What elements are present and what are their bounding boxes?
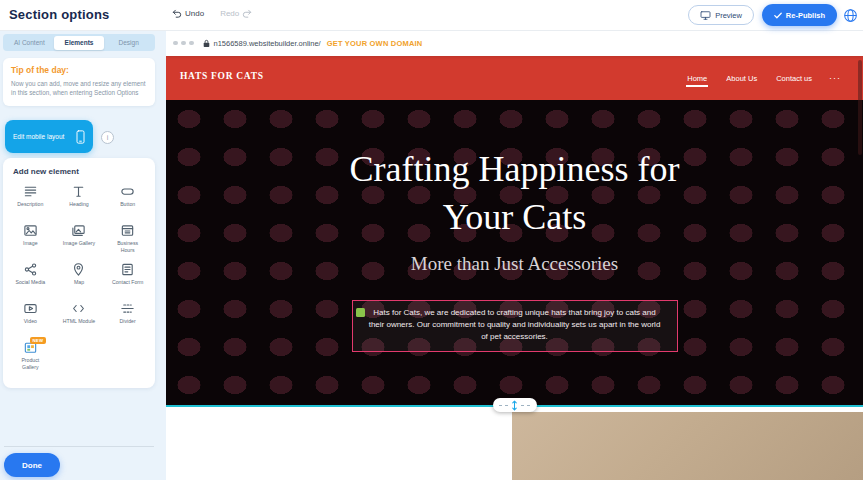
site-nav: Home About Us Contact us ··· [685, 56, 841, 100]
nav-item-home[interactable]: Home [685, 67, 709, 90]
element-item-html-module[interactable]: HTML Module [55, 298, 104, 336]
window-dots [173, 41, 194, 46]
get-domain-link[interactable]: GET YOUR OWN DOMAIN [327, 39, 423, 48]
topbar-actions: Preview Re-Publish [688, 4, 837, 26]
html-module-icon [71, 301, 86, 316]
redo-label: Redo [220, 9, 239, 18]
undo-icon [172, 9, 182, 18]
element-item-video[interactable]: Video [6, 298, 55, 336]
done-button[interactable]: Done [4, 453, 60, 477]
tab-elements[interactable]: Elements [54, 36, 104, 50]
contact-form-icon [120, 262, 135, 277]
divider-icon [120, 301, 135, 316]
add-element-panel: Add new element Description Heading Butt… [3, 158, 155, 388]
republish-label: Re-Publish [786, 11, 825, 20]
image-icon [23, 223, 38, 238]
tip-body: Now you can add, move and resize any ele… [11, 79, 147, 98]
page-title: Section options [9, 7, 110, 22]
hero-paragraph-text: Hats for Cats, we are dedicated to craft… [369, 308, 661, 341]
heading-icon [71, 184, 86, 199]
preview-scrollbar-thumb[interactable] [858, 60, 862, 155]
hero-subheadline[interactable]: More than Just Accessories [166, 253, 863, 275]
tip-title: Tip of the day: [11, 65, 147, 75]
site-header: HATS FOR CATS Home About Us Contact us ·… [166, 56, 863, 100]
element-item-map[interactable]: Map [55, 259, 104, 297]
element-item-heading[interactable]: Heading [55, 181, 104, 219]
hero-paragraph-selected[interactable]: Hats for Cats, we are dedicated to craft… [352, 300, 678, 352]
redo-icon [242, 9, 252, 18]
tip-of-the-day-card: Tip of the day: Now you can add, move an… [3, 58, 155, 106]
element-item-social-media[interactable]: Social Media [6, 259, 55, 297]
redo-button[interactable]: Redo [220, 9, 252, 18]
tab-ai-content[interactable]: AI Content [5, 36, 55, 50]
element-grid: Description Heading Button Image Image G… [6, 181, 152, 375]
element-item-button[interactable]: Button [103, 181, 152, 219]
globe-icon [843, 8, 858, 23]
browser-chrome: n1566589.websitebuilder.online/ GET YOUR… [166, 30, 863, 56]
window-dot [181, 41, 186, 46]
button-icon [120, 184, 135, 199]
preview-button[interactable]: Preview [688, 5, 754, 25]
nav-item-about-us[interactable]: About Us [724, 67, 759, 90]
nav-item-contact-us[interactable]: Contact us [774, 67, 814, 90]
nav-more-icon[interactable]: ··· [829, 73, 841, 83]
site-preview: n1566589.websitebuilder.online/ GET YOUR… [166, 30, 863, 480]
window-dot [173, 41, 178, 46]
video-icon [23, 301, 38, 316]
undo-redo-group: Undo Redo [172, 9, 252, 18]
tab-design[interactable]: Design [104, 36, 154, 50]
element-item-business-hours[interactable]: Business Hours [103, 220, 152, 258]
element-item-product-gallery[interactable]: NEW Product Gallery [6, 337, 55, 375]
window-dot [189, 41, 194, 46]
new-badge: NEW [30, 337, 46, 344]
sidebar: AI Content Elements Design Tip of the da… [0, 30, 166, 480]
map-icon [71, 262, 86, 277]
topbar: Section options Undo Redo Preview Re-Pub… [0, 0, 863, 31]
monitor-icon [700, 11, 711, 20]
sidebar-divider [4, 446, 154, 447]
phone-icon [76, 130, 85, 144]
element-item-description[interactable]: Description [6, 181, 55, 219]
element-item-image[interactable]: Image [6, 220, 55, 258]
image-gallery-icon [71, 223, 86, 238]
next-section-image[interactable] [512, 412, 863, 480]
dash-line [499, 405, 508, 406]
element-handle-icon[interactable] [356, 308, 365, 317]
section-resize-handle[interactable] [493, 398, 537, 412]
edit-mobile-layout-button[interactable]: Edit mobile layout [5, 120, 93, 153]
business-hours-icon [120, 223, 135, 238]
description-icon [23, 184, 38, 199]
sidebar-tabs: AI Content Elements Design [3, 34, 155, 51]
address-bar-url[interactable]: n1566589.websitebuilder.online/ [214, 39, 321, 48]
site-logo[interactable]: HATS FOR CATS [180, 71, 264, 81]
resize-arrows-icon [511, 400, 518, 411]
check-icon [774, 12, 782, 19]
app-root: Section options Undo Redo Preview Re-Pub… [0, 0, 863, 480]
social-media-icon [23, 262, 38, 277]
lock-icon [203, 39, 210, 48]
element-item-divider[interactable]: Divider [103, 298, 152, 336]
element-item-image-gallery[interactable]: Image Gallery [55, 220, 104, 258]
undo-button[interactable]: Undo [172, 9, 204, 18]
language-globe-button[interactable] [843, 8, 858, 23]
hero-section: Crafting Happiness for Your Cats More th… [166, 100, 863, 405]
undo-label: Undo [185, 9, 204, 18]
preview-label: Preview [715, 11, 742, 20]
info-icon[interactable]: i [101, 131, 114, 144]
republish-button[interactable]: Re-Publish [762, 4, 837, 26]
element-item-contact-form[interactable]: Contact Form [103, 259, 152, 297]
dash-line [521, 405, 530, 406]
edit-mobile-layout-label: Edit mobile layout [13, 133, 64, 140]
hero-headline[interactable]: Crafting Happiness for Your Cats [315, 146, 715, 241]
add-element-title: Add new element [6, 167, 152, 176]
